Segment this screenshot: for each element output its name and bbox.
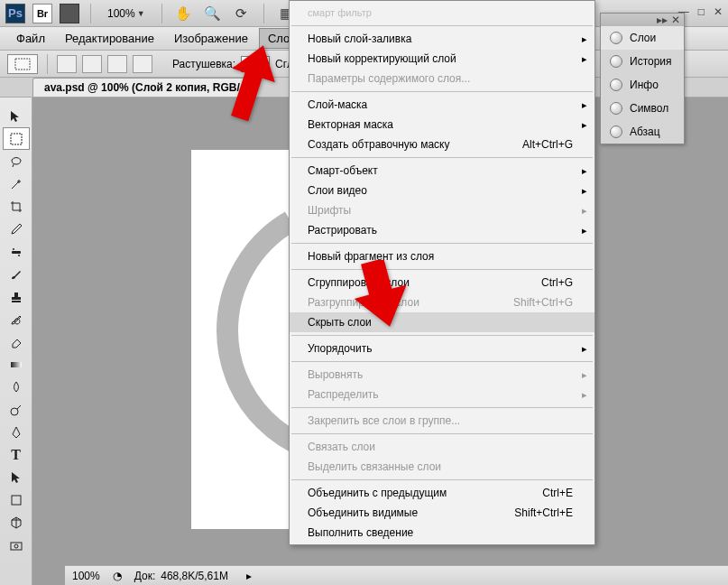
bridge-logo-icon[interactable]: Br xyxy=(32,4,52,23)
svg-rect-2 xyxy=(12,251,21,254)
panel-header[interactable]: ▸▸✕ xyxy=(601,14,684,26)
menu-image[interactable]: Изображение xyxy=(165,28,257,49)
document-tab[interactable]: ava.psd @ 100% (Слой 2 копия, RGB/ xyxy=(32,78,252,97)
menu-merge-visible[interactable]: Объединить видимыеShift+Ctrl+E xyxy=(290,503,594,523)
svg-rect-5 xyxy=(11,362,22,367)
svg-rect-0 xyxy=(15,59,30,70)
menu-new-slice[interactable]: Новый фрагмент из слоя xyxy=(290,246,594,266)
panel-dot-icon xyxy=(610,102,622,115)
status-zoom[interactable]: 100% xyxy=(72,570,100,582)
menu-rasterize[interactable]: Растрировать xyxy=(290,220,594,240)
chevron-down-icon: ▼ xyxy=(137,9,145,18)
brush-tool-icon[interactable] xyxy=(3,263,30,285)
menu-link: Связать слои xyxy=(290,437,594,457)
menu-separator xyxy=(291,25,593,26)
svg-rect-1 xyxy=(11,134,22,144)
wand-tool-icon[interactable] xyxy=(3,172,30,195)
menu-separator xyxy=(291,91,593,92)
tool-preset-icon[interactable] xyxy=(7,54,38,74)
gradient-tool-icon[interactable] xyxy=(3,353,30,376)
collapse-icon[interactable]: ▸▸ xyxy=(657,14,668,26)
history-brush-icon[interactable] xyxy=(3,308,30,330)
menu-new-adj[interactable]: Новый корректирующий слой xyxy=(290,49,594,69)
minibridge-icon[interactable] xyxy=(60,4,79,23)
subtract-selection-icon[interactable] xyxy=(107,55,127,73)
photoshop-logo-icon: Ps xyxy=(5,4,25,23)
path-select-icon[interactable] xyxy=(3,466,30,488)
menu-separator xyxy=(291,433,593,434)
menu-lock-all: Закрепить все слои в группе... xyxy=(290,411,594,431)
menu-separator xyxy=(291,361,593,362)
move-tool-icon[interactable] xyxy=(3,105,30,127)
panel-dot-icon xyxy=(610,125,622,138)
type-tool-icon[interactable]: T xyxy=(3,443,30,466)
window-controls: — □ ✕ xyxy=(678,5,723,18)
layers-menu: смарт фильтр Новый слой-заливка Новый ко… xyxy=(289,0,595,545)
svg-point-3 xyxy=(13,248,14,250)
menu-header-item: смарт фильтр xyxy=(290,3,594,23)
eraser-tool-icon[interactable] xyxy=(3,330,30,353)
feather-label: Растушевка: xyxy=(172,58,235,70)
3d-tool-icon[interactable] xyxy=(3,511,30,534)
shape-tool-icon[interactable] xyxy=(3,488,30,511)
menu-ungroup: Разгруппировать слоиShift+Ctrl+G xyxy=(290,292,594,312)
lasso-tool-icon[interactable] xyxy=(3,150,30,172)
separator xyxy=(47,54,48,74)
new-selection-icon[interactable] xyxy=(57,55,77,73)
status-doc: Док: 468,8K/5,61M xyxy=(134,570,228,582)
close-icon[interactable]: ✕ xyxy=(714,5,723,18)
menu-new-fill[interactable]: Новый слой-заливка xyxy=(290,29,594,49)
camera-tool-icon[interactable] xyxy=(3,534,30,556)
eyedropper-tool-icon[interactable] xyxy=(3,218,30,240)
zoom-icon[interactable]: 🔍 xyxy=(202,3,224,24)
menu-separator xyxy=(291,335,593,336)
menu-flatten[interactable]: Выполнить сведение xyxy=(290,523,594,543)
svg-rect-8 xyxy=(11,543,22,550)
stamp-tool-icon[interactable] xyxy=(3,285,30,308)
side-panel: ▸▸✕ Слои История Инфо Символ Абзац xyxy=(600,13,685,144)
panel-dot-icon xyxy=(610,32,622,44)
maximize-icon[interactable]: □ xyxy=(698,5,705,18)
add-selection-icon[interactable] xyxy=(82,55,102,73)
menu-content-opts: Параметры содержимого слоя... xyxy=(290,69,594,88)
status-bar: 100% ◔ Док: 468,8K/5,61M ▸ xyxy=(65,565,728,585)
healing-tool-icon[interactable] xyxy=(3,240,30,263)
menu-clipping-mask[interactable]: Создать обтравочную маскуAlt+Ctrl+G xyxy=(290,135,594,154)
menu-vector-mask[interactable]: Векторная маска xyxy=(290,115,594,135)
blur-tool-icon[interactable] xyxy=(3,376,30,398)
panel-tab-paragraph[interactable]: Абзац xyxy=(601,120,684,144)
status-nav-icon[interactable]: ◔ xyxy=(113,570,122,582)
menu-group[interactable]: Сгруппировать слоиCtrl+G xyxy=(290,273,594,292)
pen-tool-icon[interactable] xyxy=(3,421,30,443)
svg-point-4 xyxy=(18,255,20,256)
separator xyxy=(90,4,91,23)
intersect-selection-icon[interactable] xyxy=(133,55,152,73)
menu-separator xyxy=(291,157,593,158)
feather-input[interactable] xyxy=(241,56,270,72)
panel-tab-symbol[interactable]: Символ xyxy=(601,97,684,120)
panel-tab-info[interactable]: Инфо xyxy=(601,73,684,97)
menu-layer-mask[interactable]: Слой-маска xyxy=(290,95,594,115)
menu-merge-down[interactable]: Объединить с предыдущимCtrl+E xyxy=(290,483,594,503)
menu-file[interactable]: Файл xyxy=(7,28,54,49)
menu-arrange[interactable]: Упорядочить xyxy=(290,339,594,358)
chevron-right-icon[interactable]: ▸ xyxy=(246,570,252,582)
panel-dot-icon xyxy=(610,55,622,68)
crop-tool-icon[interactable] xyxy=(3,195,30,218)
menu-select-linked: Выделить связанные слои xyxy=(290,457,594,477)
menu-separator xyxy=(291,269,593,270)
panel-tab-history[interactable]: История xyxy=(601,50,684,73)
marquee-tool-icon[interactable] xyxy=(3,127,30,150)
rotate-icon[interactable]: ⟳ xyxy=(231,3,253,24)
panel-tab-layers[interactable]: Слои xyxy=(601,26,684,50)
menu-edit[interactable]: Редактирование xyxy=(56,28,163,49)
menu-video-layers[interactable]: Слои видео xyxy=(290,181,594,200)
zoom-combo[interactable]: 100% ▼ xyxy=(102,7,151,20)
hand-icon[interactable]: ✋ xyxy=(173,3,195,24)
menu-smart-obj[interactable]: Смарт-объект xyxy=(290,161,594,181)
minimize-icon[interactable]: — xyxy=(678,5,689,18)
menu-fonts: Шрифты xyxy=(290,200,594,220)
menu-separator xyxy=(291,243,593,244)
menu-hide-layers[interactable]: Скрыть слои xyxy=(290,312,594,332)
dodge-tool-icon[interactable] xyxy=(3,398,30,421)
